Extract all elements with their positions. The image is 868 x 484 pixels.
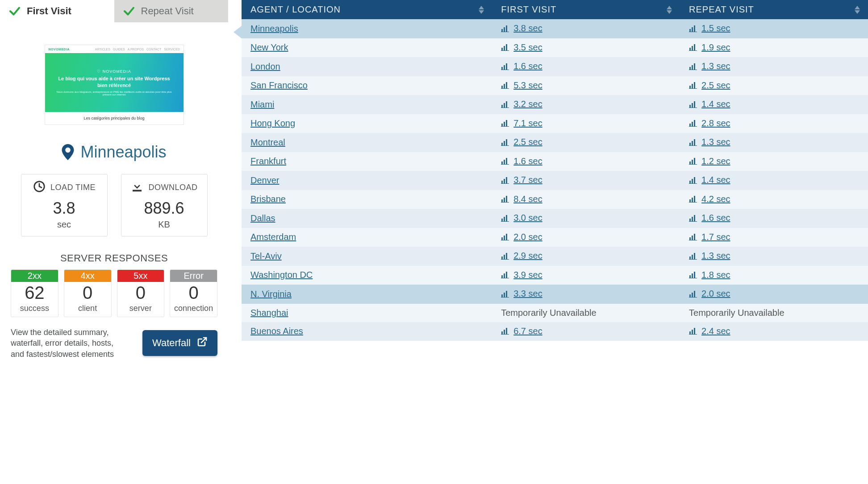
repeat-visit-link[interactable]: 1.8 sec [689, 270, 730, 280]
waterfall-help-text: View the detailed summary, waterfall, er… [11, 327, 118, 360]
check-icon [122, 4, 136, 18]
location-link[interactable]: Minneapolis [250, 24, 298, 33]
thumbnail-nav: NOVOMEDIA ARTICLESGUIDESA PROPOSCONTACTS… [45, 45, 184, 53]
location-link[interactable]: N. Virginia [250, 289, 292, 299]
svg-rect-90 [506, 215, 507, 221]
first-visit-link[interactable]: 6.7 sec [501, 326, 542, 336]
svg-rect-10 [506, 25, 507, 32]
svg-rect-18 [506, 44, 507, 50]
results-table-wrap: AGENT / LOCATION FIRST VISIT REPEAT VISI… [228, 0, 868, 484]
table-row[interactable]: Washington DC3.9 sec1.8 sec [242, 266, 868, 285]
first-visit-link[interactable]: 7.1 sec [501, 118, 542, 128]
table-row[interactable]: Buenos Aires6.7 sec2.4 sec [242, 322, 868, 341]
tab-first-visit[interactable]: First Visit [0, 0, 114, 22]
first-visit-link[interactable]: 3.7 sec [501, 175, 542, 185]
location-link[interactable]: London [250, 62, 280, 71]
location-link[interactable]: Washington DC [250, 270, 313, 280]
repeat-visit-link[interactable]: 1.2 sec [689, 156, 730, 166]
repeat-visit-link[interactable]: 1.3 sec [689, 137, 730, 147]
col-first-visit[interactable]: FIRST VISIT [492, 0, 680, 19]
repeat-visit-link[interactable]: 2.4 sec [689, 326, 730, 336]
repeat-visit-link[interactable]: 1.7 sec [689, 232, 730, 242]
table-row[interactable]: Hong Kong7.1 sec2.8 sec [242, 114, 868, 133]
location-link[interactable]: Amsterdam [250, 232, 296, 242]
table-row[interactable]: Amsterdam2.0 sec1.7 sec [242, 228, 868, 247]
location-link[interactable]: Tel-Aviv [250, 251, 282, 261]
first-visit-link[interactable]: 2.9 sec [501, 251, 542, 261]
repeat-visit-link[interactable]: 1.4 sec [689, 175, 730, 185]
table-row[interactable]: Frankfurt1.6 sec1.2 sec [242, 152, 868, 171]
location-link[interactable]: Frankfurt [250, 156, 286, 166]
svg-rect-32 [501, 86, 503, 88]
load-time-value: 3.8 [53, 199, 75, 218]
first-visit-link[interactable]: 2.5 sec [501, 137, 542, 147]
first-visit-link[interactable]: 1.6 sec [501, 156, 542, 166]
col-agent-location[interactable]: AGENT / LOCATION [242, 0, 492, 19]
first-visit-link[interactable]: 2.0 sec [501, 232, 542, 242]
first-visit-link[interactable]: 3.9 sec [501, 270, 542, 280]
location-link[interactable]: Brisbane [250, 194, 286, 204]
bar-chart-icon [689, 25, 697, 32]
table-row[interactable]: Dallas3.0 sec1.6 sec [242, 209, 868, 228]
location-link[interactable]: Buenos Aires [250, 326, 303, 336]
table-row[interactable]: Brisbane8.4 sec4.2 sec [242, 190, 868, 209]
svg-rect-26 [506, 63, 507, 70]
first-visit-unavailable: Temporarily Unavailable [501, 308, 596, 318]
svg-marker-5 [667, 10, 672, 14]
first-visit-link[interactable]: 1.6 sec [501, 61, 542, 71]
first-visit-link[interactable]: 3.2 sec [501, 99, 542, 109]
location-link[interactable]: Miami [250, 99, 274, 109]
repeat-visit-link[interactable]: 2.8 sec [689, 118, 730, 128]
repeat-visit-link[interactable]: 2.5 sec [689, 80, 730, 91]
svg-rect-81 [504, 198, 505, 202]
waterfall-button[interactable]: Waterfall [142, 330, 217, 356]
first-visit-link[interactable]: 8.4 sec [501, 194, 542, 204]
table-row[interactable]: N. Virginia3.3 sec2.0 sec [242, 285, 868, 304]
table-row[interactable]: Denver3.7 sec1.4 sec [242, 171, 868, 190]
first-visit-link[interactable]: 3.0 sec [501, 213, 542, 223]
sort-icon[interactable] [667, 6, 672, 14]
tab-repeat-visit[interactable]: Repeat Visit [114, 0, 229, 22]
table-row[interactable]: Miami3.2 sec1.4 sec [242, 95, 868, 114]
bar-chart-icon [501, 177, 509, 184]
location-link[interactable]: Denver [250, 175, 279, 185]
svg-rect-124 [689, 294, 691, 297]
first-visit-link[interactable]: 3.5 sec [501, 42, 542, 53]
repeat-visit-link[interactable]: 1.6 sec [689, 213, 730, 223]
location-link[interactable]: New York [250, 42, 288, 52]
location-link[interactable]: Hong Kong [250, 118, 295, 128]
bar-chart-icon [689, 195, 697, 203]
download-card: DOWNLOAD 889.6 KB [121, 174, 208, 236]
repeat-visit-link[interactable]: 1.3 sec [689, 251, 730, 261]
repeat-visit-link[interactable]: 1.5 sec [689, 23, 730, 33]
table-row[interactable]: Minneapolis3.8 sec1.5 sec [242, 19, 868, 38]
location-link[interactable]: San Francisco [250, 80, 308, 90]
svg-rect-120 [501, 294, 503, 297]
repeat-visit-link[interactable]: 1.9 sec [689, 42, 730, 53]
svg-rect-36 [689, 86, 691, 88]
selected-location-name: Minneapolis [80, 143, 166, 161]
download-value: 889.6 [144, 199, 184, 218]
col-repeat-visit[interactable]: REPEAT VISIT [680, 0, 868, 19]
table-row[interactable]: London1.6 sec1.3 sec [242, 57, 868, 76]
sort-icon[interactable] [855, 6, 860, 14]
svg-rect-134 [694, 328, 695, 334]
location-link[interactable]: Dallas [250, 213, 275, 223]
site-thumbnail: NOVOMEDIA ARTICLESGUIDESA PROPOSCONTACTS… [45, 45, 184, 125]
table-row[interactable]: ShanghaiTemporarily UnavailableTemporari… [242, 304, 868, 322]
table-row[interactable]: Montreal2.5 sec1.3 sec [242, 133, 868, 152]
sort-icon[interactable] [479, 6, 484, 14]
repeat-visit-link[interactable]: 1.4 sec [689, 99, 730, 109]
table-row[interactable]: San Francisco5.3 sec2.5 sec [242, 76, 868, 95]
repeat-visit-link[interactable]: 2.0 sec [689, 289, 730, 299]
repeat-visit-link[interactable]: 4.2 sec [689, 194, 730, 204]
first-visit-link[interactable]: 3.8 sec [501, 23, 542, 33]
first-visit-link[interactable]: 5.3 sec [501, 80, 542, 91]
repeat-visit-link[interactable]: 1.3 sec [689, 61, 730, 71]
svg-rect-9 [504, 27, 505, 32]
table-row[interactable]: Tel-Aviv2.9 sec1.3 sec [242, 247, 868, 266]
table-row[interactable]: New York3.5 sec1.9 sec [242, 38, 868, 58]
location-link[interactable]: Shanghai [250, 308, 288, 318]
location-link[interactable]: Montreal [250, 137, 285, 147]
first-visit-link[interactable]: 3.3 sec [501, 289, 542, 299]
